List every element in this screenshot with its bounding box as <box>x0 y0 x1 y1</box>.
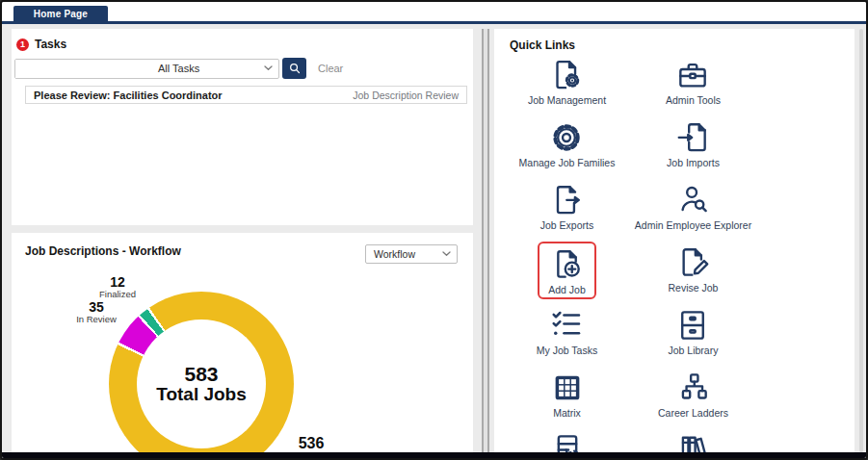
quick-links-grid: Job Management Admin Tools Manage Job Fa… <box>504 54 756 460</box>
quick-link-label: My Job Tasks <box>537 345 597 356</box>
quick-link-my-job-tasks[interactable]: My Job Tasks <box>504 304 630 367</box>
task-filter-select[interactable]: All Tasks <box>150 60 278 78</box>
tab-bar: Home Page <box>2 2 866 21</box>
workflow-panel: Job Descriptions - Workflow Workflow 583… <box>12 233 473 460</box>
tasks-title: Tasks <box>35 38 66 51</box>
quick-link-label: Job Exports <box>540 219 593 231</box>
chart-label-main-segment: 536 <box>284 435 338 452</box>
quick-link-label: Admin Tools <box>666 94 721 106</box>
donut-center: 583 Total Jobs <box>137 319 266 448</box>
document-gear-icon <box>548 57 585 93</box>
quick-link-job-library[interactable]: Job Library <box>630 304 756 367</box>
task-title: Please Review: Facilities Coordinator <box>34 89 223 101</box>
workflow-view-value: Workflow <box>374 248 415 260</box>
task-search-input[interactable] <box>15 60 150 78</box>
quick-link-job-management[interactable]: Job Management <box>504 54 630 116</box>
chart-center-label: Total Jobs <box>156 385 247 404</box>
chevron-down-icon <box>264 65 273 71</box>
quick-link-label: Job Library <box>669 345 719 356</box>
quick-link-add-job[interactable]: Add Job <box>504 242 630 304</box>
cabinet-icon <box>674 307 711 344</box>
bottom-bar <box>2 452 866 458</box>
document-add-icon <box>549 246 586 283</box>
document-export-icon <box>548 182 585 218</box>
quick-link-label: Add Job <box>548 284 586 295</box>
task-filter-value: All Tasks <box>158 63 199 74</box>
quick-link-job-imports[interactable]: Job Imports <box>630 116 756 179</box>
tasks-count-badge: 1 <box>16 38 29 51</box>
quick-link-admin-tools[interactable]: Admin Tools <box>630 54 756 116</box>
quick-link-matrix[interactable]: Matrix <box>504 367 630 429</box>
task-type: Job Description Review <box>353 89 459 101</box>
workflow-view-select[interactable]: Workflow <box>365 244 458 264</box>
document-edit-icon <box>674 244 711 281</box>
quick-link-admin-employee-explorer[interactable]: Admin Employee Explorer <box>630 179 756 242</box>
tab-home-page[interactable]: Home Page <box>13 6 108 21</box>
task-row[interactable]: Please Review: Facilities Coordinator Jo… <box>25 86 467 104</box>
grid-icon <box>549 370 586 406</box>
quick-link-label: Revise Job <box>669 282 719 294</box>
briefcase-icon <box>674 57 711 93</box>
chevron-down-icon <box>442 251 451 257</box>
quick-link-label: Matrix <box>553 407 581 419</box>
search-icon <box>288 62 302 75</box>
quick-link-job-exports[interactable]: Job Exports <box>504 179 630 242</box>
quick-link-label: Career Ladders <box>658 407 728 419</box>
chart-label-in-review: 35 In Review <box>71 300 121 325</box>
quick-link-manage-job-families[interactable]: Manage Job Families <box>504 116 630 179</box>
chart-label-finalized: 12 Finalized <box>92 275 143 300</box>
quick-link-revise-job[interactable]: Revise Job <box>630 242 756 304</box>
content-area: 1 Tasks All Tasks <box>2 24 866 458</box>
task-search-combo: All Tasks <box>14 59 279 79</box>
document-import-icon <box>674 119 711 156</box>
quick-link-label: Admin Employee Explorer <box>635 219 751 231</box>
quick-links-title: Quick Links <box>494 29 855 52</box>
vertical-splitter[interactable] <box>482 29 489 458</box>
org-chart-icon <box>675 370 712 406</box>
quick-link-career-ladders[interactable]: Career Ladders <box>630 367 756 429</box>
quick-link-label: Manage Job Families <box>519 157 616 168</box>
app-window: Home Page 1 Tasks All Tasks <box>0 0 868 460</box>
workflow-donut-chart: 583 Total Jobs <box>109 292 294 460</box>
gear-icon <box>548 119 585 156</box>
quick-links-panel: Quick Links Job Management Admin Tools M… <box>494 29 855 460</box>
clear-link[interactable]: Clear <box>318 63 343 74</box>
checklist-icon <box>548 307 585 344</box>
tasks-panel: 1 Tasks All Tasks <box>12 29 473 225</box>
chart-center-value: 583 <box>184 364 218 385</box>
search-button[interactable] <box>282 58 306 79</box>
workflow-title: Job Descriptions - Workflow <box>25 244 181 258</box>
person-search-icon <box>675 182 712 218</box>
quick-link-label: Job Imports <box>667 157 720 168</box>
quick-link-label: Job Management <box>528 94 606 106</box>
vertical-scrollbar[interactable] <box>859 29 863 452</box>
